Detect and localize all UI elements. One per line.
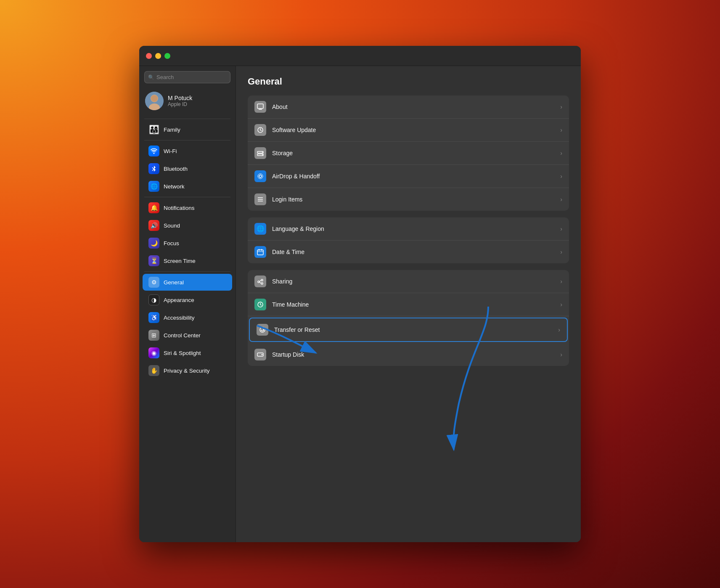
network-icon: 🌐 [148, 181, 159, 192]
settings-group-1: About › Software Update › [248, 95, 569, 211]
settings-group-2: 🌐 Language & Region › [248, 217, 569, 263]
languageregion-icon: 🌐 [254, 223, 266, 235]
settings-row-softwareupdate[interactable]: Software Update › [248, 119, 569, 142]
settings-row-about[interactable]: About › [248, 95, 569, 119]
appearance-icon: ◑ [148, 294, 159, 305]
sharing-chevron: › [560, 278, 562, 285]
settings-row-timemachine[interactable]: Time Machine › [248, 293, 569, 316]
sidebar-item-notifications[interactable]: 🔔 Notifications [143, 199, 232, 216]
search-input[interactable] [144, 71, 230, 83]
sidebar-divider-4 [144, 271, 230, 272]
startupdisk-chevron: › [560, 351, 562, 358]
about-chevron: › [560, 103, 562, 110]
user-profile[interactable]: M Potuck Apple ID [139, 88, 236, 114]
sidebar-item-label-bluetooth: Bluetooth [164, 166, 188, 172]
sidebar-item-general[interactable]: ⚙ General [143, 274, 232, 291]
sidebar-item-focus[interactable]: 🌙 Focus [143, 235, 232, 252]
softwareupdate-icon [254, 124, 266, 136]
sidebar-item-label-focus: Focus [164, 240, 179, 246]
focus-icon: 🌙 [148, 238, 159, 249]
airdrop-label: AirDrop & Handoff [272, 173, 554, 180]
sidebar-item-label-general: General [164, 279, 184, 286]
notifications-icon: 🔔 [148, 202, 159, 213]
sidebar-item-label-sound: Sound [164, 222, 180, 229]
sidebar: 🔍 M Potuck [139, 66, 236, 542]
main-content: 🔍 M Potuck [139, 66, 581, 542]
avatar [145, 92, 164, 110]
sidebar-item-label-wifi: Wi-Fi [164, 148, 177, 154]
svg-point-3 [151, 95, 158, 102]
privacy-icon: ✋ [148, 365, 159, 376]
languageregion-label: Language & Region [272, 225, 554, 232]
sound-icon: 🔊 [148, 220, 159, 231]
sidebar-item-sound[interactable]: 🔊 Sound [143, 217, 232, 234]
transferorreset-chevron: › [558, 326, 560, 333]
svg-line-21 [259, 280, 261, 282]
user-name: M Potuck [168, 95, 192, 101]
datetime-icon [254, 246, 266, 258]
sidebar-item-appearance[interactable]: ◑ Appearance [143, 291, 232, 308]
svg-rect-17 [257, 250, 263, 255]
softwareupdate-chevron: › [560, 127, 562, 133]
sidebar-item-accessibility[interactable]: ♿ Accessibility [143, 309, 232, 326]
svg-point-13 [258, 174, 263, 179]
startupdisk-icon [254, 349, 266, 360]
svg-point-12 [259, 175, 262, 177]
user-subtitle: Apple ID [168, 101, 192, 107]
sharing-icon [254, 275, 266, 287]
sidebar-item-siri[interactable]: ◉ Siri & Spotlight [143, 344, 232, 361]
settings-row-languageregion[interactable]: 🌐 Language & Region › [248, 217, 569, 241]
svg-point-10 [262, 152, 263, 153]
sidebar-item-family[interactable]: 👨‍👩‍👧 Family [143, 121, 232, 138]
svg-point-11 [262, 154, 263, 155]
datetime-chevron: › [560, 249, 562, 255]
timemachine-icon [254, 299, 266, 310]
svg-line-22 [259, 282, 261, 284]
sidebar-item-label-screentime: Screen Time [164, 258, 196, 264]
search-container: 🔍 [144, 71, 230, 83]
airdrop-chevron: › [560, 173, 562, 180]
about-icon [254, 101, 266, 113]
settings-row-startupdisk[interactable]: Startup Disk › [248, 343, 569, 366]
sidebar-item-wifi[interactable]: Wi-Fi [143, 143, 232, 159]
sidebar-item-label-network: Network [164, 183, 185, 190]
storage-label: Storage [272, 150, 554, 156]
title-bar [139, 46, 581, 66]
sidebar-item-label-notifications: Notifications [164, 205, 195, 211]
storage-chevron: › [560, 150, 562, 156]
sidebar-item-privacy[interactable]: ✋ Privacy & Security [143, 362, 232, 379]
sidebar-item-controlcenter[interactable]: ⊞ Control Center [143, 327, 232, 344]
sidebar-item-label-family: Family [164, 127, 180, 133]
about-label: About [272, 103, 554, 110]
sidebar-item-label-siri: Siri & Spotlight [164, 350, 201, 356]
sidebar-item-bluetooth[interactable]: Bluetooth [143, 160, 232, 177]
settings-row-loginitems[interactable]: Login Items › [248, 188, 569, 211]
settings-row-datetime[interactable]: Date & Time › [248, 241, 569, 263]
minimize-button[interactable] [155, 53, 161, 59]
settings-row-sharing[interactable]: Sharing › [248, 270, 569, 293]
svg-point-24 [260, 327, 265, 332]
settings-row-airdrop[interactable]: AirDrop & Handoff › [248, 165, 569, 188]
storage-icon [254, 147, 266, 159]
sidebar-divider-3 [144, 197, 230, 197]
sidebar-item-network[interactable]: 🌐 Network [143, 178, 232, 195]
bluetooth-icon [148, 163, 159, 174]
transferorreset-label: Transfer or Reset [274, 326, 552, 333]
sidebar-item-screentime[interactable]: ⏳ Screen Time [143, 252, 232, 269]
sidebar-divider-1 [144, 119, 230, 119]
languageregion-chevron: › [560, 225, 562, 232]
settings-row-transferorreset[interactable]: Transfer or Reset › [249, 318, 568, 342]
loginitems-icon [254, 193, 266, 205]
settings-row-storage[interactable]: Storage › [248, 142, 569, 165]
sidebar-divider-2 [144, 140, 230, 140]
maximize-button[interactable] [164, 53, 170, 59]
loginitems-label: Login Items [272, 196, 554, 203]
close-button[interactable] [146, 53, 152, 59]
right-panel: General About › [236, 66, 581, 542]
panel-title: General [248, 76, 569, 87]
timemachine-label: Time Machine [272, 301, 554, 308]
timemachine-chevron: › [560, 301, 562, 308]
wifi-icon [148, 146, 159, 156]
avatar-image [145, 92, 164, 110]
sidebar-item-label-appearance: Appearance [164, 297, 194, 303]
